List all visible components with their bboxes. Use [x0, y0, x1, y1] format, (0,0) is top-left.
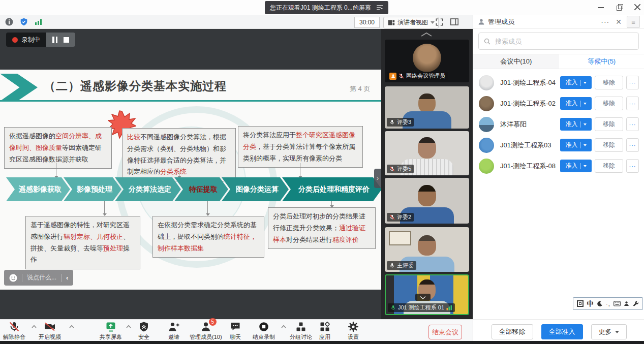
panel-more-icon[interactable]: ··· — [601, 18, 609, 26]
video-tile[interactable]: 主评委 — [385, 227, 469, 272]
member-name: J01-测绘工程系-04 — [500, 78, 560, 87]
minimize-button[interactable] — [597, 4, 604, 11]
speaker-view-button[interactable]: 演讲者视图 — [383, 17, 439, 28]
admit-button[interactable]: 准入 — [560, 76, 592, 89]
mic-muted-icon — [389, 166, 395, 172]
status-icons — [5, 18, 43, 26]
share-options-chevron[interactable] — [126, 325, 131, 328]
video-thumbnail-strip: 网络会议管理员 评委3 评委5 评委2 — [381, 29, 473, 319]
chevron-down-icon — [584, 123, 587, 126]
member-name: J01-测绘工程系-08 — [500, 162, 560, 171]
remove-button[interactable]: 移除 — [595, 159, 623, 173]
invite-button[interactable]: 邀请 — [168, 321, 180, 341]
search-box[interactable] — [478, 33, 639, 50]
banner-menu-icon[interactable] — [376, 5, 383, 11]
slide-edge-handle[interactable]: › — [374, 169, 381, 188]
quick-chat-bar[interactable]: 说点什么... ‹ — [4, 270, 73, 286]
admit-button[interactable]: 准入 — [560, 160, 592, 172]
chat-input-placeholder[interactable]: 说点什么... — [27, 273, 56, 282]
remove-button[interactable]: 移除 — [595, 138, 623, 152]
ime-keyboard-icon[interactable] — [614, 301, 621, 306]
breakout-rooms-button[interactable]: 分组讨论 — [290, 321, 312, 341]
avatar — [479, 75, 494, 90]
unmute-button[interactable]: 解除静音 — [3, 321, 25, 341]
manage-members-panel: 管理成员 ··· ✕ ≡ 会议中(10) 等候中(5) J01-测绘工程系-04… — [473, 15, 644, 344]
security-shield-icon[interactable] — [20, 18, 28, 26]
ime-wrench-icon[interactable] — [633, 301, 639, 307]
video-tile[interactable]: 评委5 — [385, 131, 469, 175]
connector-line — [104, 201, 105, 214]
admit-button[interactable]: 准入 — [560, 139, 592, 151]
share-screen-button[interactable]: 共享屏幕 — [100, 321, 122, 341]
fullscreen-icon[interactable] — [435, 18, 444, 26]
remove-all-button[interactable]: 全部移除 — [492, 324, 533, 339]
record-options-chevron[interactable] — [281, 325, 286, 328]
admit-all-button[interactable]: 全部准入 — [541, 324, 583, 339]
collapse-chat-icon[interactable]: ‹ — [66, 274, 68, 282]
video-tile[interactable]: 评委3 — [385, 86, 469, 129]
scroll-down-icon[interactable] — [415, 294, 431, 301]
bottom-toolbar: 解除静音 开启视频 共享屏幕 安全 邀请 5 管理成员(10) 聊天 结束录制 — [0, 319, 473, 341]
apps-button[interactable]: 应用 — [319, 321, 330, 341]
mic-muted-icon — [398, 73, 404, 79]
emoji-icon[interactable] — [9, 274, 17, 282]
row-more-button[interactable]: ··· — [626, 117, 639, 131]
video-tile-active-speaker[interactable]: J01 测绘工程系 01 — [385, 274, 469, 315]
ime-language-toggle[interactable]: 中 — [587, 299, 593, 308]
remove-button[interactable]: 移除 — [595, 97, 623, 110]
tab-in-meeting[interactable]: 会议中(10) — [473, 54, 559, 69]
ime-punctuation-toggle[interactable]: ·, — [606, 301, 610, 307]
stop-recording-button[interactable] — [64, 37, 69, 43]
admit-button[interactable]: 准入 — [560, 118, 592, 131]
video-tile[interactable]: 评委2 — [385, 178, 469, 224]
video-tile[interactable]: 网络会议管理员 — [385, 40, 469, 82]
network-signal-icon[interactable] — [35, 18, 43, 25]
scroll-up-icon[interactable] — [420, 32, 433, 37]
ime-moon-icon[interactable] — [597, 301, 603, 307]
row-more-button[interactable]: ··· — [626, 138, 639, 152]
meeting-info-icon[interactable] — [5, 18, 13, 26]
restore-button[interactable] — [616, 4, 623, 11]
admit-button[interactable]: 准入 — [560, 97, 592, 110]
tile-name: 网络会议管理员 — [406, 72, 445, 80]
close-button[interactable] — [634, 4, 641, 11]
end-meeting-button[interactable]: 结束会议 — [428, 325, 462, 339]
start-video-button[interactable]: 开启视频 — [39, 321, 61, 341]
pause-recording-button[interactable] — [52, 37, 57, 43]
member-tabs: 会议中(10) 等候中(5) — [473, 54, 644, 69]
manage-members-button[interactable]: 5 管理成员(10) — [190, 321, 222, 341]
member-row: J01-测绘工程系-02 准入 移除 ··· — [473, 93, 644, 114]
slide-box-classification: 将分类算法应用于整个研究区遥感图像分类，基于分类算法计算每个像素所属类别的概率，… — [238, 126, 363, 168]
layout-view-icon — [387, 19, 395, 26]
row-more-button[interactable]: ··· — [626, 97, 639, 110]
panel-menu-icon[interactable]: ≡ — [627, 16, 640, 28]
video-options-chevron[interactable] — [69, 325, 74, 328]
process-flow-arrows: 遥感影像获取 影像预处理 分类算法选定 特征提取 图像分类运算 分类后处理和精度… — [6, 177, 381, 201]
waiting-count-badge: 5 — [209, 318, 217, 326]
avatar — [479, 138, 494, 153]
mic-options-chevron[interactable] — [32, 325, 37, 328]
panel-close-icon[interactable]: ✕ — [616, 18, 622, 26]
stop-recording-button[interactable]: 结束录制 — [253, 321, 275, 341]
chevron-down-icon — [584, 103, 587, 105]
more-button[interactable]: 更多 — [591, 324, 627, 339]
taskbar-edge — [0, 341, 644, 344]
tab-waiting[interactable]: 等候中(5) — [559, 54, 644, 69]
search-input[interactable] — [494, 37, 623, 46]
ime-user-icon[interactable] — [624, 301, 629, 306]
chat-button[interactable]: 聊天 — [230, 321, 241, 341]
remove-button[interactable]: 移除 — [595, 117, 623, 131]
recording-label: 录制中 — [22, 36, 40, 44]
flow-step: 遥感影像获取 — [6, 177, 70, 201]
settings-button[interactable]: 设置 — [348, 321, 359, 341]
ime-logo-icon[interactable] — [577, 300, 584, 307]
breakout-icon — [295, 321, 306, 332]
slide-box-preprocessing: 基于遥感图像的特性，对研究区遥感图像进行辐射定标、几何校正、拼接、矢量裁剪、去噪… — [25, 216, 140, 269]
ime-status-bar[interactable]: 中 ·, — [573, 297, 643, 310]
row-more-button[interactable]: ··· — [626, 159, 639, 173]
row-more-button[interactable]: ··· — [626, 76, 639, 89]
side-panel-toggle-icon[interactable] — [450, 18, 459, 26]
remove-button[interactable]: 移除 — [595, 76, 623, 89]
connector-line — [207, 201, 208, 214]
security-button[interactable]: 安全 — [138, 321, 149, 341]
